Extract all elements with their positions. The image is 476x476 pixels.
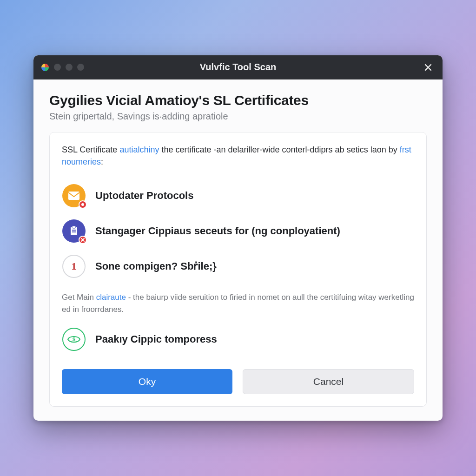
x-badge-icon (79, 236, 87, 244)
item-label: Sone compigen? Sbṙile;} (95, 260, 217, 272)
info-panel: SSL Certificate autialchiny the certific… (49, 132, 427, 407)
list-item: 1 Sone compigen? Sbṙile;} (62, 249, 414, 284)
svg-text:$: $ (73, 337, 75, 342)
page-title: Gygilies Vicial Amatioy's SL Certificate… (49, 93, 427, 108)
item-list-secondary: $ Paakıy Cippic tomporess (62, 322, 414, 357)
intro-mid: the certificate -an delariller-wide cont… (159, 145, 399, 154)
intro-link[interactable]: autialchiny (119, 145, 159, 154)
svg-point-1 (81, 203, 84, 206)
item-list: Uptodater Protocols (62, 178, 414, 284)
list-item: Stangager Cippiaus seceuts for (ng conpl… (62, 213, 414, 249)
item-label: Paakıy Cippic tomporess (95, 333, 217, 345)
close-icon (424, 63, 432, 72)
list-item: Uptodater Protocols (62, 178, 414, 213)
app-logo-icon (41, 63, 49, 72)
note-link[interactable]: clairaute (96, 293, 126, 302)
svg-rect-5 (72, 231, 76, 232)
note-prefix: Get Main (62, 293, 96, 302)
cancel-button[interactable]: Cancel (243, 369, 414, 394)
intro-text: SSL Certificate autialchiny the certific… (62, 144, 414, 168)
traffic-dot[interactable] (66, 64, 73, 71)
item-label: Uptodater Protocols (95, 190, 193, 202)
mail-icon (62, 184, 86, 208)
clipboard-icon (62, 219, 86, 243)
alert-number-icon: 1 (62, 254, 86, 278)
eye-money-icon: $ (62, 327, 86, 351)
traffic-dot[interactable] (54, 64, 61, 71)
list-item: $ Paakıy Cippic tomporess (62, 322, 414, 357)
alert-number: 1 (72, 260, 77, 272)
button-row: Oky Cancel (62, 369, 414, 394)
intro-suffix: : (101, 157, 103, 166)
dialog-content: Gygilies Vicial Amatioy's SL Certificate… (33, 79, 443, 421)
alert-badge-icon (79, 200, 87, 209)
titlebar: Vulvfic Tool Scan (33, 55, 443, 79)
traffic-lights (41, 63, 84, 72)
traffic-dot[interactable] (77, 64, 84, 71)
window-title: Vulvfic Tool Scan (33, 62, 443, 73)
page-subtitle: Stein gripertald, Savings is·adding apra… (49, 111, 427, 122)
svg-rect-0 (68, 192, 79, 200)
intro-prefix: SSL Certificate (62, 145, 119, 154)
item-label: Stangager Cippiaus seceuts for (ng conpl… (95, 225, 340, 237)
footer-note: Get Main clairaute - the baiurp viide se… (62, 291, 414, 315)
svg-rect-3 (72, 226, 76, 228)
svg-rect-4 (72, 230, 76, 231)
close-button[interactable] (421, 60, 435, 74)
dialog-window: Vulvfic Tool Scan Gygilies Vicial Amatio… (33, 55, 443, 421)
ok-button[interactable]: Oky (62, 369, 232, 394)
